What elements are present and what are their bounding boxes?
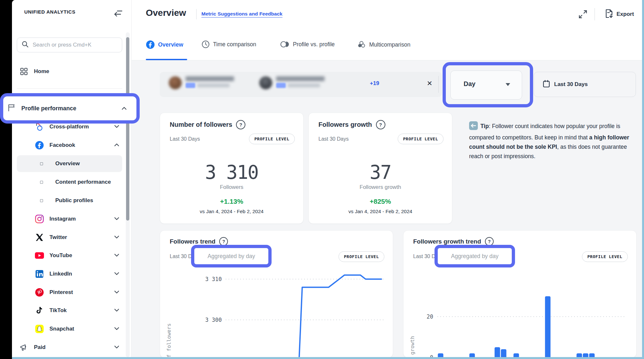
svg-text:0: 0	[430, 354, 433, 358]
sidebar-item-label: Paid	[34, 344, 46, 351]
more-profiles-count[interactable]: +19	[370, 80, 379, 87]
profile-badge-redacted	[186, 83, 195, 88]
bullet-icon	[37, 181, 46, 184]
date-range-value: Last 30 Days	[554, 81, 588, 88]
sidebar-item-public-profiles[interactable]: Public profiles	[37, 192, 124, 209]
sidebar-item-tiktok[interactable]: TikTok	[35, 302, 124, 319]
svg-text:3 300: 3 300	[205, 317, 222, 323]
sidebar-divider	[17, 88, 122, 89]
sidebar-item-label: TikTok	[49, 307, 67, 314]
profile-name-redacted	[186, 76, 234, 81]
expand-icon[interactable]	[577, 8, 589, 20]
sidebar-item-profile-performance[interactable]: Profile performance	[7, 97, 136, 120]
profile-level-badge: PROFILE LEVEL	[249, 134, 295, 144]
tab-profile-vs-profile[interactable]: Profile vs. profile	[280, 40, 335, 49]
sidebar-item-overview[interactable]: Overview	[37, 155, 124, 172]
sidebar-item-snapchat[interactable]: Snapchat	[35, 321, 124, 337]
facebook-icon	[146, 40, 155, 49]
linkedin-icon	[35, 270, 44, 278]
sidebar-item-paid[interactable]: Paid	[19, 339, 124, 356]
tab-label: Overview	[158, 41, 183, 48]
sidebar-item-home[interactable]: Home	[19, 63, 124, 80]
date-range-picker[interactable]: Last 30 Days	[534, 72, 636, 97]
kpi-period: Last 30 Days	[170, 136, 200, 142]
sidebar-item-label: YouTube	[49, 252, 72, 259]
chevron-down-icon	[114, 289, 119, 296]
profile-chip[interactable]	[169, 76, 234, 89]
collapse-sidebar-icon[interactable]	[113, 8, 124, 19]
export-button[interactable]: Export	[605, 8, 634, 20]
main-area: Overview Metric Suggestions and Feedback	[132, 0, 642, 357]
title-separator	[196, 9, 197, 19]
close-icon[interactable]: ✕	[427, 80, 433, 87]
metric-suggestions-link[interactable]: Metric Suggestions and Feedback	[201, 11, 283, 17]
sidebar-item-facebook[interactable]: Facebook	[35, 137, 124, 154]
profilebar-divider	[438, 76, 439, 93]
sidebar-item-label: Instagram	[49, 216, 76, 222]
export-label: Export	[617, 11, 634, 17]
youtube-icon	[35, 252, 44, 259]
bullet-icon	[37, 162, 46, 165]
aggregation-label: Aggregated by day	[208, 253, 255, 260]
chevron-down-icon	[114, 326, 119, 332]
sidebar-item-label: Pinterest	[49, 289, 73, 296]
sidebar-item-label: Facebook	[49, 142, 75, 148]
app-window: UNIFIED ANALYTICS Home Cross-platform	[12, 0, 644, 359]
sidebar-item-label: Home	[34, 68, 49, 75]
aggregation-annotation-callout: Aggregated by day	[191, 245, 272, 267]
tip-text: Tip: Follower count indicates how popula…	[469, 121, 640, 161]
sidebar-item-label: Twitter	[49, 234, 67, 241]
kpi-delta: +1.13%	[160, 198, 303, 205]
tiktok-icon	[35, 306, 44, 315]
tab-multicomparison[interactable]: Multicomparison	[357, 40, 410, 49]
kpi-compare: vs Jan 4, 2024 - Feb 2, 2024	[160, 209, 303, 214]
search-icon	[22, 41, 29, 49]
profile-badge-redacted	[276, 83, 286, 88]
kpi-unit: Followers	[160, 184, 303, 190]
kpi-compare: vs Jan 4, 2024 - Feb 2, 2024	[309, 209, 452, 214]
active-tab-underline	[146, 59, 187, 60]
help-icon[interactable]: ?	[236, 120, 245, 129]
kpi-card-followers-growth: Followers growth ? Last 30 Days PROFILE …	[308, 113, 452, 224]
sidebar-scrollbar-thumb[interactable]	[126, 37, 129, 221]
sidebar-item-label: LinkedIn	[49, 271, 72, 277]
chevron-up-icon	[122, 105, 127, 112]
chevron-down-icon	[114, 124, 119, 130]
sidebar-item-youtube[interactable]: YouTube	[35, 247, 124, 264]
calendar-icon	[542, 80, 550, 90]
profile-selector-bar: +19 ✕	[160, 72, 442, 97]
sidebar-item-twitter[interactable]: Twitter	[35, 229, 124, 246]
kpi-title: Number of followers	[170, 121, 232, 128]
chart-card-followers-growth-trend: Followers growth trend ? Last 30 Days PR…	[403, 230, 637, 358]
tabs-row: Overview Time comparison Profile vs. pro…	[132, 28, 642, 60]
sidebar-item-pinterest[interactable]: Pinterest	[35, 284, 124, 301]
avatar	[259, 76, 272, 89]
chevron-down-icon	[114, 234, 119, 241]
export-file-icon	[605, 9, 613, 20]
instagram-icon	[35, 214, 44, 223]
sidebar: UNIFIED ANALYTICS Home Cross-platform	[12, 0, 132, 357]
profile-chip[interactable]	[259, 76, 325, 89]
sidebar-item-cross-platform[interactable]: Cross-platform	[35, 118, 124, 135]
aggregation-period-value: Day	[464, 80, 476, 88]
aggregation-period-select[interactable]: Day	[450, 71, 522, 100]
chevron-down-icon	[506, 83, 510, 86]
kpi-period: Last 30 Days	[318, 136, 349, 142]
sidebar-item-instagram[interactable]: Instagram	[35, 211, 124, 227]
sidebar-item-content-performance[interactable]: Content performance	[37, 174, 124, 190]
sidebar-item-label: Profile performance	[21, 105, 76, 112]
top-bar: Overview Metric Suggestions and Feedback	[132, 0, 642, 29]
snapchat-icon	[35, 324, 44, 333]
tab-label: Profile vs. profile	[293, 41, 335, 48]
back-arrow-icon	[469, 121, 478, 133]
tip-segment: Tip	[480, 123, 489, 129]
help-icon[interactable]: ?	[376, 120, 385, 129]
search-input[interactable]	[32, 41, 117, 49]
tab-overview[interactable]: Overview	[146, 40, 183, 49]
search-box	[17, 38, 122, 52]
clock-icon	[201, 40, 210, 49]
profile-handle-redacted	[288, 83, 320, 87]
tab-time-comparison[interactable]: Time comparison	[201, 40, 256, 49]
sidebar-item-linkedin[interactable]: LinkedIn	[35, 266, 124, 282]
tab-label: Multicomparison	[369, 41, 410, 48]
